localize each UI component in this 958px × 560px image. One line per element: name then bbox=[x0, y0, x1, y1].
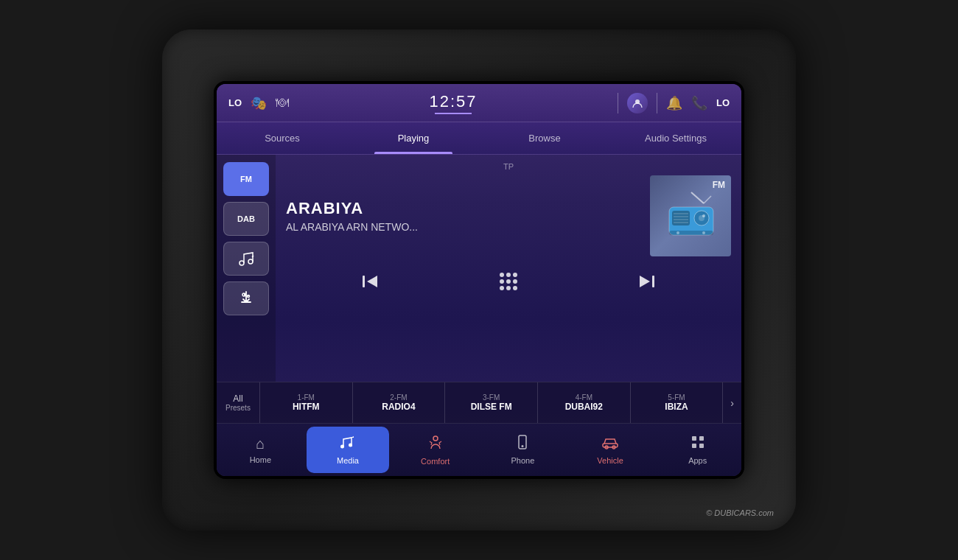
svg-rect-32 bbox=[692, 436, 696, 441]
screen-bezel: LO 🎭 🍽 12:57 bbox=[214, 81, 744, 479]
svg-rect-22 bbox=[652, 276, 654, 287]
nav-tabs: Sources Playing Browse Audio Settings bbox=[217, 122, 741, 155]
station-artwork: FM bbox=[650, 175, 731, 256]
divider-1 bbox=[618, 93, 618, 113]
lo-left-label: LO bbox=[228, 97, 242, 108]
svg-rect-6 bbox=[248, 295, 249, 296]
user-avatar[interactable] bbox=[627, 93, 648, 113]
nav-phone[interactable]: Phone bbox=[481, 427, 564, 473]
station-text: ARABIYA AL ARABIYA ARN NETWO... bbox=[286, 199, 640, 233]
notification-icon[interactable]: 🔔 bbox=[666, 95, 682, 111]
phone-nav-icon bbox=[515, 435, 530, 453]
svg-point-24 bbox=[349, 444, 352, 447]
svg-point-20 bbox=[702, 231, 705, 234]
svg-point-28 bbox=[522, 445, 524, 447]
artwork-fm-label: FM bbox=[713, 180, 725, 190]
source-sidebar: FM DAB bbox=[217, 155, 276, 382]
svg-point-26 bbox=[433, 436, 438, 441]
station-name: ARABIYA bbox=[286, 199, 640, 218]
time-underline bbox=[435, 113, 472, 114]
svg-rect-10 bbox=[672, 211, 690, 225]
svg-rect-35 bbox=[699, 444, 704, 448]
climate-icon: 🎭 bbox=[251, 95, 267, 111]
car-surround: LO 🎭 🍽 12:57 bbox=[162, 29, 796, 531]
presets-bar: All Presets 1-FM HITFM 2-FM RADIO4 3-FM … bbox=[217, 382, 741, 423]
next-track-button[interactable] bbox=[632, 267, 662, 296]
phone-icon: 📞 bbox=[691, 95, 707, 111]
tab-browse[interactable]: Browse bbox=[479, 122, 610, 154]
keypad-button[interactable] bbox=[494, 267, 523, 296]
status-bar: LO 🎭 🍽 12:57 bbox=[217, 84, 741, 122]
preset-1[interactable]: 1-FM HITFM bbox=[260, 382, 353, 423]
tab-playing[interactable]: Playing bbox=[348, 122, 479, 154]
all-presets-button[interactable]: All Presets bbox=[217, 382, 260, 423]
nav-vehicle[interactable]: Vehicle bbox=[569, 427, 652, 473]
presets-next-button[interactable]: › bbox=[723, 382, 741, 423]
svg-line-7 bbox=[691, 192, 704, 203]
svg-rect-21 bbox=[363, 276, 365, 287]
source-fm-button[interactable]: FM bbox=[223, 162, 269, 196]
svg-point-23 bbox=[340, 445, 344, 449]
menu-icon: 🍽 bbox=[276, 95, 289, 111]
source-dab-button[interactable]: DAB bbox=[223, 202, 269, 236]
bottom-nav: ⌂ Home Media bbox=[217, 423, 741, 476]
preset-3[interactable]: 3-FM DILSE FM bbox=[445, 382, 538, 423]
station-info-row: ARABIYA AL ARABIYA ARN NETWO... FM bbox=[286, 175, 731, 256]
status-right: 🔔 📞 LO bbox=[618, 93, 730, 113]
svg-point-1 bbox=[240, 261, 244, 265]
nav-comfort[interactable]: Comfort bbox=[394, 427, 477, 473]
nav-apps[interactable]: Apps bbox=[656, 427, 739, 473]
tab-audio-settings[interactable]: Audio Settings bbox=[610, 122, 741, 154]
clock-display: 12:57 bbox=[429, 92, 477, 111]
home-icon: ⌂ bbox=[256, 435, 265, 452]
playing-area: TP ARABIYA AL ARABIYA ARN NETWO... FM bbox=[276, 155, 741, 382]
comfort-icon bbox=[427, 434, 444, 454]
vehicle-icon bbox=[601, 435, 619, 453]
nav-media[interactable]: Media bbox=[307, 427, 390, 473]
prev-track-button[interactable] bbox=[355, 267, 385, 296]
svg-point-2 bbox=[248, 259, 253, 264]
svg-point-17 bbox=[702, 214, 705, 217]
svg-rect-18 bbox=[669, 231, 713, 235]
status-left: LO 🎭 🍽 bbox=[228, 95, 289, 111]
media-icon bbox=[340, 435, 355, 453]
source-music-button[interactable] bbox=[223, 242, 269, 276]
svg-rect-33 bbox=[699, 436, 704, 441]
svg-rect-5 bbox=[244, 293, 245, 295]
lo-right-label: LO bbox=[716, 97, 730, 108]
preset-2[interactable]: 2-FM RADIO4 bbox=[353, 382, 446, 423]
station-network: AL ARABIYA ARN NETWO... bbox=[286, 221, 640, 233]
tab-sources[interactable]: Sources bbox=[217, 122, 348, 154]
svg-rect-34 bbox=[692, 444, 696, 448]
svg-line-8 bbox=[704, 196, 711, 203]
source-usb-button[interactable] bbox=[223, 281, 269, 315]
preset-5[interactable]: 5-FM IBIZA bbox=[631, 382, 724, 423]
tp-label: TP bbox=[286, 162, 731, 171]
svg-marker-25 bbox=[351, 436, 354, 438]
watermark: © DUBICARS.com bbox=[706, 508, 774, 517]
nav-home[interactable]: ⌂ Home bbox=[219, 427, 302, 473]
infotainment-screen: LO 🎭 🍽 12:57 bbox=[217, 84, 741, 476]
svg-point-19 bbox=[676, 231, 679, 234]
controls-row bbox=[286, 267, 731, 296]
divider-2 bbox=[657, 93, 657, 113]
main-content: FM DAB bbox=[217, 155, 741, 382]
preset-4[interactable]: 4-FM DUBAI92 bbox=[538, 382, 631, 423]
status-center: 12:57 bbox=[429, 92, 477, 114]
apps-icon bbox=[690, 435, 705, 453]
